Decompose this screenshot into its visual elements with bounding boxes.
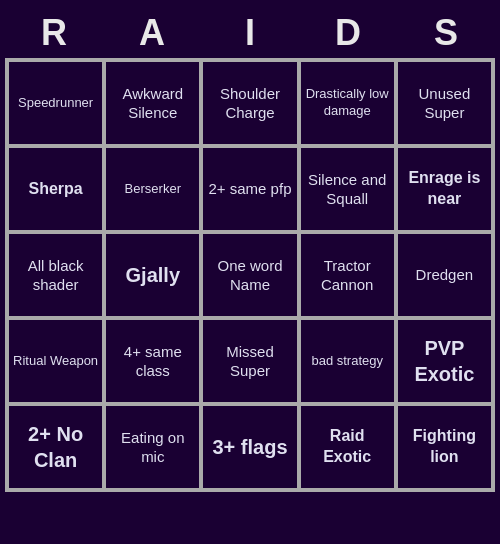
header-row: R A I D S <box>5 8 495 58</box>
header-s: S <box>397 8 495 58</box>
bingo-grid: SpeedrunnerAwkward SilenceShoulder Charg… <box>5 58 495 492</box>
header-d: D <box>299 8 397 58</box>
cell-13[interactable]: Tractor Cannon <box>299 232 396 318</box>
cell-22[interactable]: 3+ flags <box>201 404 298 490</box>
cell-6[interactable]: Berserker <box>104 146 201 232</box>
cell-16[interactable]: 4+ same class <box>104 318 201 404</box>
cell-2[interactable]: Shoulder Charge <box>201 60 298 146</box>
cell-14[interactable]: Dredgen <box>396 232 493 318</box>
cell-11[interactable]: Gjally <box>104 232 201 318</box>
cell-10[interactable]: All black shader <box>7 232 104 318</box>
cell-1[interactable]: Awkward Silence <box>104 60 201 146</box>
header-i: I <box>201 8 299 58</box>
cell-19[interactable]: PVP Exotic <box>396 318 493 404</box>
cell-0[interactable]: Speedrunner <box>7 60 104 146</box>
header-r: R <box>5 8 103 58</box>
cell-17[interactable]: Missed Super <box>201 318 298 404</box>
cell-12[interactable]: One word Name <box>201 232 298 318</box>
cell-3[interactable]: Drastically low damage <box>299 60 396 146</box>
cell-24[interactable]: Fighting lion <box>396 404 493 490</box>
cell-7[interactable]: 2+ same pfp <box>201 146 298 232</box>
cell-18[interactable]: bad strategy <box>299 318 396 404</box>
cell-4[interactable]: Unused Super <box>396 60 493 146</box>
cell-8[interactable]: Silence and Squall <box>299 146 396 232</box>
cell-15[interactable]: Ritual Weapon <box>7 318 104 404</box>
cell-5[interactable]: Sherpa <box>7 146 104 232</box>
header-a: A <box>103 8 201 58</box>
cell-21[interactable]: Eating on mic <box>104 404 201 490</box>
bingo-card: R A I D S SpeedrunnerAwkward SilenceShou… <box>5 8 495 492</box>
cell-20[interactable]: 2+ No Clan <box>7 404 104 490</box>
cell-23[interactable]: Raid Exotic <box>299 404 396 490</box>
cell-9[interactable]: Enrage is near <box>396 146 493 232</box>
